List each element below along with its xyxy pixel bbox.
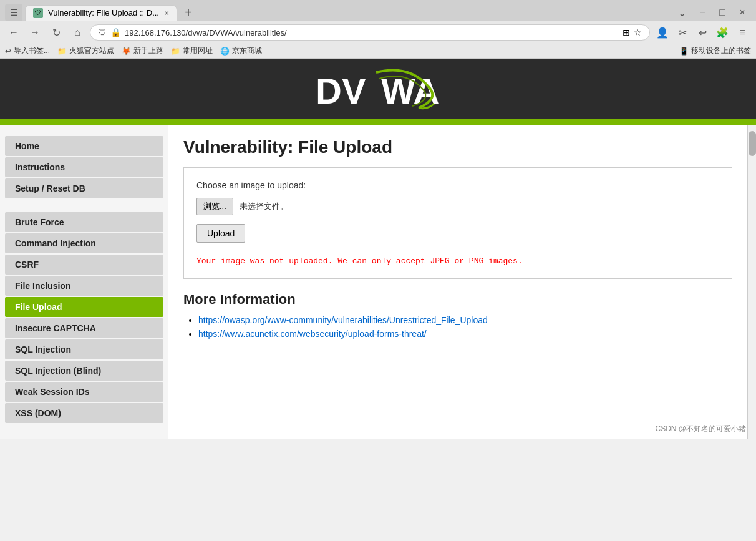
bookmark-jd[interactable]: 🌐 京东商城 — [220, 46, 262, 56]
page-title: Vulnerability: File Upload — [183, 137, 732, 157]
sidebar-item-bruteforce[interactable]: Brute Force — [5, 212, 163, 232]
sidebar-item-csrf[interactable]: CSRF — [5, 255, 163, 275]
url-bar[interactable]: 🛡 🔒 192.168.176.130/dvwa/DVWA/vulnerabil… — [90, 24, 650, 41]
screenshot-button[interactable]: ✂ — [674, 24, 691, 41]
info-link-2[interactable]: https://www.acunetix.com/websecurity/upl… — [198, 329, 427, 339]
error-message: Your image was not uploaded. We can only… — [196, 256, 719, 266]
tab-close-icon[interactable]: × — [164, 8, 169, 18]
sidebar-item-sqlblind[interactable]: SQL Injection (Blind) — [5, 361, 163, 381]
url-action-icons: ⊞ ☆ — [623, 27, 642, 37]
scrollbar-thumb[interactable] — [749, 131, 756, 156]
dvwa-logo: DV WA — [309, 67, 447, 111]
sidebar-section-main: Home Instructions Setup / Reset DB — [0, 136, 168, 198]
upload-box: Choose an image to upload: 浏览... 未选择文件。 … — [183, 167, 732, 279]
sidebar-divider — [0, 205, 168, 211]
watermark: CSDN @不知名的可爱小猪 — [655, 424, 746, 434]
maximize-button[interactable]: □ — [714, 4, 731, 21]
tab-title: Vulnerability: File Upload :: D... — [48, 8, 159, 17]
sidebar-item-xssdom[interactable]: XSS (DOM) — [5, 403, 163, 423]
back-page-button[interactable]: ↩ — [694, 24, 711, 41]
folder-icon: 📁 — [57, 47, 67, 56]
window-controls: − □ × — [694, 4, 751, 21]
no-file-text: 未选择文件。 — [240, 201, 288, 212]
active-tab[interactable]: 🛡 Vulnerability: File Upload :: D... × — [25, 5, 177, 21]
star-icon[interactable]: ☆ — [634, 27, 642, 37]
info-link-item-1: https://owasp.org/www-community/vulnerab… — [198, 315, 732, 325]
sidebar-item-fileinclusion[interactable]: File Inclusion — [5, 276, 163, 296]
tab-more-icon[interactable]: ⌄ — [678, 7, 686, 19]
toolbar-right: 👤 ✂ ↩ 🧩 ≡ — [654, 24, 751, 41]
file-input-row: 浏览... 未选择文件。 — [196, 198, 719, 215]
info-link-1[interactable]: https://owasp.org/www-community/vulnerab… — [198, 315, 488, 325]
browser-chrome: ☰ 🛡 Vulnerability: File Upload :: D... ×… — [0, 0, 756, 59]
official-label: 火狐官方站点 — [69, 46, 114, 56]
svg-text:DV: DV — [316, 71, 366, 111]
dvwa-header: DV WA — [0, 59, 756, 122]
menu-button[interactable]: ≡ — [734, 24, 751, 41]
extensions-button[interactable]: 🧩 — [714, 24, 731, 41]
import-icon: ↩ — [5, 47, 11, 56]
sidebar: Home Instructions Setup / Reset DB Brute… — [0, 125, 168, 439]
globe-icon: 🌐 — [220, 47, 230, 56]
sidebar-item-home[interactable]: Home — [5, 136, 163, 156]
content-area: Home Instructions Setup / Reset DB Brute… — [0, 125, 756, 439]
sidebar-item-fileupload[interactable]: File Upload — [5, 297, 163, 317]
forward-button[interactable]: → — [26, 24, 44, 41]
new-tab-button[interactable]: + — [180, 4, 197, 21]
minimize-button[interactable]: − — [694, 4, 711, 21]
close-button[interactable]: × — [734, 4, 751, 21]
sidebar-item-commandinjection[interactable]: Command Injection — [5, 233, 163, 253]
firefox-icon: 🦊 — [122, 47, 131, 56]
beginner-label: 新手上路 — [133, 46, 163, 56]
tab-sidebar-toggle[interactable]: ☰ — [5, 4, 22, 21]
sidebar-item-sqlinjection[interactable]: SQL Injection — [5, 339, 163, 359]
bookmark-official[interactable]: 📁 火狐官方站点 — [57, 46, 114, 56]
scrollbar[interactable] — [747, 125, 756, 439]
sidebar-item-weaksession[interactable]: Weak Session IDs — [5, 382, 163, 402]
upload-label: Choose an image to upload: — [196, 180, 719, 190]
info-links: https://owasp.org/www-community/vulnerab… — [183, 315, 732, 339]
import-label: 导入书签... — [14, 46, 50, 56]
refresh-button[interactable]: ↻ — [47, 24, 65, 41]
tab-bar: ☰ 🛡 Vulnerability: File Upload :: D... ×… — [0, 0, 756, 21]
sidebar-item-setup[interactable]: Setup / Reset DB — [5, 178, 163, 198]
lock-icon: 🔒 — [110, 27, 121, 37]
upload-button-row: Upload — [196, 224, 719, 251]
address-bar: ← → ↻ ⌂ 🛡 🔒 192.168.176.130/dvwa/DVWA/vu… — [0, 21, 756, 44]
common-label: 常用网址 — [183, 46, 213, 56]
folder-icon2: 📁 — [171, 47, 180, 56]
bookmark-import[interactable]: ↩ 导入书签... — [5, 46, 50, 56]
bookmark-common[interactable]: 📁 常用网址 — [171, 46, 213, 56]
browse-button[interactable]: 浏览... — [196, 198, 233, 215]
bookmark-beginner[interactable]: 🦊 新手上路 — [122, 46, 163, 56]
back-button[interactable]: ← — [5, 24, 22, 41]
bookmarks-bar: ↩ 导入书签... 📁 火狐官方站点 🦊 新手上路 📁 常用网址 🌐 京东商城 … — [0, 44, 756, 59]
sidebar-item-captcha[interactable]: Insecure CAPTCHA — [5, 318, 163, 338]
tab-favicon: 🛡 — [33, 8, 43, 18]
qr-icon[interactable]: ⊞ — [623, 27, 630, 37]
sidebar-item-instructions[interactable]: Instructions — [5, 157, 163, 177]
mobile-label: 移动设备上的书签 — [691, 46, 751, 56]
info-link-item-2: https://www.acunetix.com/websecurity/upl… — [198, 329, 732, 339]
upload-button[interactable]: Upload — [196, 224, 245, 243]
more-info-title: More Information — [183, 291, 732, 308]
sidebar-section-vulns: Brute Force Command Injection CSRF File … — [0, 212, 168, 423]
mobile-icon: 📱 — [679, 47, 689, 56]
main-content: Vulnerability: File Upload Choose an ima… — [168, 125, 747, 439]
url-text: 192.168.176.130/dvwa/DVWA/vulnerabilitie… — [125, 28, 619, 37]
shield-icon: 🛡 — [98, 27, 107, 37]
dvwa-logo-svg: DV WA — [309, 67, 447, 111]
home-button[interactable]: ⌂ — [69, 24, 86, 41]
bookmark-mobile[interactable]: 📱 移动设备上的书签 — [679, 46, 751, 56]
account-button[interactable]: 👤 — [654, 24, 671, 41]
jd-label: 京东商城 — [232, 46, 262, 56]
